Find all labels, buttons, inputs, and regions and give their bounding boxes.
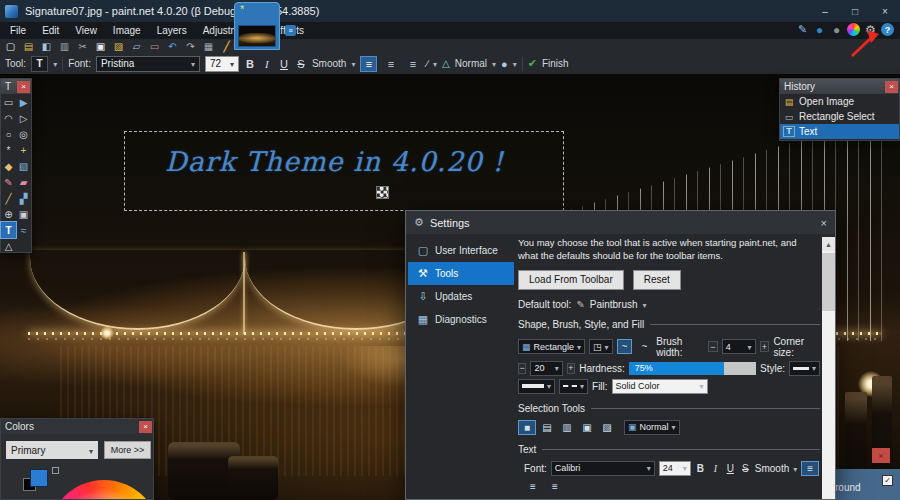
- checkbox-checked-icon[interactable]: ✓: [882, 475, 893, 486]
- settings-nav-tools[interactable]: ⚒ Tools: [408, 262, 514, 285]
- selection-xor-icon[interactable]: ▨: [598, 420, 616, 435]
- paint-bucket-tool[interactable]: ◆: [1, 158, 16, 174]
- shapes-tool[interactable]: △: [1, 238, 16, 254]
- color-picker-tool[interactable]: ⊕: [1, 206, 16, 222]
- selection-intersect-icon[interactable]: ▣: [578, 420, 596, 435]
- zoom-tool[interactable]: ◎: [16, 126, 31, 142]
- text-align-right-button[interactable]: ≡: [546, 479, 564, 494]
- pan-tool[interactable]: +: [16, 142, 31, 158]
- corner-size-select[interactable]: 20: [530, 361, 562, 376]
- text-underline-button[interactable]: U: [725, 463, 736, 474]
- deselect-icon[interactable]: ▭: [148, 40, 161, 53]
- text-font-select[interactable]: Calibri: [551, 461, 655, 476]
- menu-item[interactable]: Layers: [149, 22, 195, 39]
- lasso-select-tool[interactable]: ◠: [1, 110, 16, 126]
- menu-item[interactable]: View: [67, 22, 105, 39]
- undo-icon[interactable]: ↶: [166, 40, 179, 53]
- chevron-down-icon[interactable]: [513, 58, 517, 69]
- selection-quality-icon[interactable]: ●: [501, 58, 508, 70]
- italic-button[interactable]: I: [261, 58, 273, 70]
- text-smooth-label[interactable]: Smooth: [755, 463, 789, 474]
- image-tab[interactable]: *: [234, 2, 280, 50]
- pen-tool-icon[interactable]: ✎: [796, 23, 809, 36]
- color-target-select[interactable]: Primary: [6, 441, 98, 459]
- brush-width-select[interactable]: 4: [722, 339, 756, 354]
- smooth-label[interactable]: Smooth: [312, 58, 346, 69]
- color-wheel[interactable]: [48, 480, 154, 500]
- scrollbar-thumb[interactable]: [822, 253, 835, 311]
- menu-item[interactable]: Edit: [34, 22, 67, 39]
- fill-select[interactable]: Solid Color: [612, 379, 708, 394]
- font-size-select[interactable]: 72: [205, 56, 239, 72]
- close-icon[interactable]: ×: [885, 81, 898, 93]
- settings-nav-user-interface[interactable]: ▢ User Interface: [408, 239, 514, 262]
- reset-button[interactable]: Reset: [633, 270, 681, 290]
- close-icon[interactable]: ×: [139, 421, 152, 433]
- corner-size-minus-button[interactable]: −: [518, 363, 526, 374]
- close-button[interactable]: ×: [870, 0, 900, 22]
- primary-color-swatch[interactable]: [30, 469, 48, 487]
- selection-mode-select[interactable]: ▣ Normal: [624, 420, 680, 435]
- underline-button[interactable]: U: [278, 58, 290, 70]
- recolor-tool[interactable]: ▞: [16, 190, 31, 206]
- menu-item[interactable]: File: [2, 22, 34, 39]
- settings-nav-diagnostics[interactable]: ▦ Diagnostics: [408, 308, 514, 331]
- eraser-tool[interactable]: ▰: [16, 174, 31, 190]
- strikethrough-button[interactable]: S: [295, 58, 307, 70]
- selection-replace-icon[interactable]: ■: [518, 420, 536, 435]
- text-align-center-button[interactable]: ≡: [524, 479, 542, 494]
- chevron-down-icon[interactable]: [53, 58, 57, 69]
- rectangle-select-tool[interactable]: ▭: [1, 94, 16, 110]
- current-tool-button[interactable]: T: [31, 56, 48, 72]
- chevron-down-icon[interactable]: [793, 463, 797, 474]
- shape-select[interactable]: ▦ Rectangle: [518, 339, 585, 354]
- text-move-handle-icon[interactable]: [376, 186, 389, 199]
- chevron-down-icon[interactable]: [643, 299, 647, 310]
- move-tool[interactable]: ▶: [16, 94, 31, 110]
- history-item-text[interactable]: T Text: [780, 124, 899, 139]
- new-file-icon[interactable]: ▢: [4, 40, 17, 53]
- history-item-open-image[interactable]: ▤ Open Image: [780, 94, 899, 109]
- spline-curve-button[interactable]: ~: [617, 339, 633, 354]
- hardness-slider[interactable]: 75%: [629, 362, 756, 375]
- paste-icon[interactable]: ▨: [112, 40, 125, 53]
- help-icon[interactable]: ?: [881, 23, 894, 36]
- copy-icon[interactable]: ▣: [94, 40, 107, 53]
- align-right-button[interactable]: ≡: [404, 56, 421, 72]
- selection-add-icon[interactable]: ▤: [538, 420, 556, 435]
- font-family-select[interactable]: Pristina: [96, 56, 200, 72]
- cut-icon[interactable]: ✂: [76, 40, 89, 53]
- grid-icon[interactable]: ▦: [202, 40, 215, 53]
- selection-subtract-icon[interactable]: ▥: [558, 420, 576, 435]
- shape-style-select[interactable]: ◳: [589, 339, 613, 354]
- chevron-down-icon[interactable]: [351, 58, 355, 69]
- bold-button[interactable]: B: [244, 58, 256, 70]
- move-selection-tool[interactable]: ▷: [16, 110, 31, 126]
- corner-size-plus-button[interactable]: +: [567, 363, 575, 374]
- pen-style-select[interactable]: [789, 361, 820, 376]
- settings-scrollbar[interactable]: ▲: [822, 237, 835, 500]
- paintbrush-tool[interactable]: ✎: [1, 174, 16, 190]
- close-icon[interactable]: ×: [821, 217, 827, 229]
- brush-width-plus-button[interactable]: +: [760, 341, 770, 352]
- canvas-text[interactable]: Dark Theme in 4.0.20 !: [165, 146, 504, 177]
- history-icon[interactable]: ●: [830, 23, 843, 36]
- ellipse-select-tool[interactable]: ○: [1, 126, 16, 142]
- pencil-tool[interactable]: ╱: [1, 190, 16, 206]
- clone-stamp-tool[interactable]: ▣: [16, 206, 31, 222]
- open-file-icon[interactable]: ▤: [22, 40, 35, 53]
- text-strikethrough-button[interactable]: S: [740, 463, 751, 474]
- crop-icon[interactable]: ▱: [130, 40, 143, 53]
- finish-check-icon[interactable]: ✔: [528, 57, 537, 70]
- history-item-rectangle-select[interactable]: ▭ Rectangle Select: [780, 109, 899, 124]
- brush-width-minus-button[interactable]: −: [708, 341, 718, 352]
- antialias-icon[interactable]: ∕: [426, 58, 428, 69]
- text-bold-button[interactable]: B: [695, 463, 706, 474]
- scroll-up-icon[interactable]: ▲: [822, 237, 835, 251]
- finish-button[interactable]: Finish: [542, 58, 569, 69]
- text-size-select[interactable]: 24: [659, 461, 691, 476]
- bezier-curve-button[interactable]: ~: [636, 339, 652, 354]
- minimize-button[interactable]: –: [810, 0, 840, 22]
- swap-colors-icon[interactable]: [52, 467, 59, 474]
- maximize-button[interactable]: □: [840, 0, 870, 22]
